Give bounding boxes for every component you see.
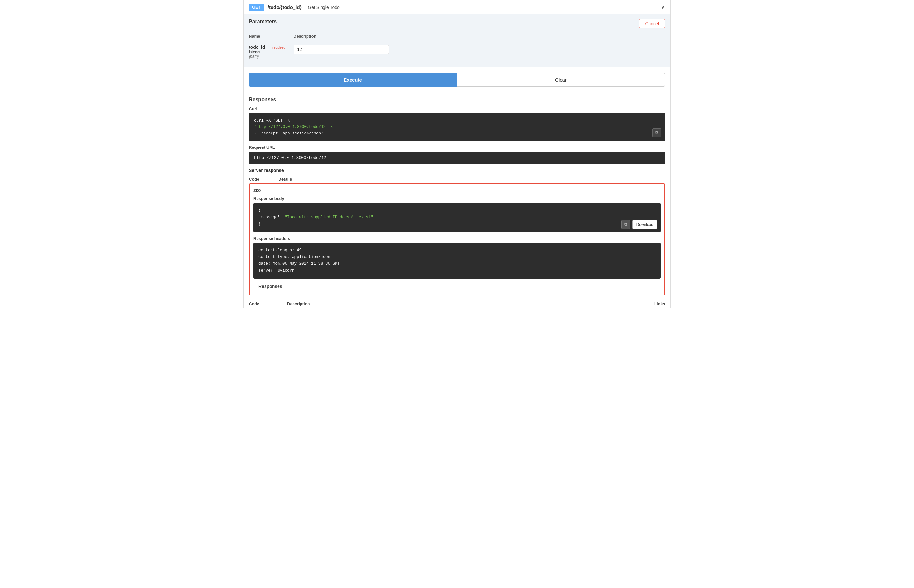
- action-buttons: Execute Clear: [249, 73, 665, 87]
- api-header: GET /todo/{todo_id} Get Single Todo ∧: [244, 0, 670, 15]
- server-response-label: Server response: [244, 168, 670, 173]
- curl-line3: -H 'accept: application/json': [254, 131, 324, 136]
- cancel-button[interactable]: Cancel: [639, 19, 665, 28]
- body-line2-key: "message": [259, 215, 280, 220]
- endpoint-path: /todo/{todo_id}: [268, 5, 302, 10]
- body-line1: {: [259, 208, 261, 213]
- parameters-title: Parameters: [249, 19, 277, 26]
- download-button[interactable]: Download: [632, 220, 657, 229]
- response-headers-label: Response headers: [253, 236, 661, 241]
- request-url-block: http://127.0.0.1:8000/todo/12: [249, 152, 665, 164]
- header-line-2: date: Mon,06 May 2024 11:38:36 GMT: [259, 260, 655, 267]
- execute-button[interactable]: Execute: [249, 73, 457, 87]
- header-line-1: content-type: application/json: [259, 254, 655, 260]
- response-copy-icon[interactable]: ⧉: [621, 220, 630, 229]
- responses-title: Responses: [249, 97, 665, 103]
- method-badge: GET: [249, 3, 264, 11]
- bottom-description-col: Description: [287, 301, 654, 306]
- curl-line1: curl -X 'GET' \: [254, 118, 290, 123]
- curl-line2: 'http://127.0.0.1:8000/todo/12' \: [254, 125, 333, 129]
- endpoint-description: Get Single Todo: [308, 5, 340, 10]
- collapse-button[interactable]: ∧: [661, 4, 665, 11]
- curl-label: Curl: [244, 107, 670, 111]
- response-code: 200: [253, 188, 661, 193]
- bottom-code-col: Code: [249, 301, 287, 306]
- param-type: integer: [249, 50, 293, 54]
- params-col-headers: Name Description: [249, 31, 665, 40]
- parameter-row-todo-id: todo_id * * required integer (path): [249, 40, 665, 62]
- responses-section: Responses: [244, 92, 670, 103]
- bottom-links-col: Links: [654, 301, 665, 306]
- header-line-3: server: uvicorn: [259, 268, 655, 274]
- todo-id-input[interactable]: [293, 45, 389, 54]
- clear-button[interactable]: Clear: [457, 73, 665, 87]
- col-name-header: Name: [249, 34, 293, 39]
- param-location: (path): [249, 54, 293, 58]
- response-row-200: 200 Response body { "message": "Todo wit…: [249, 184, 665, 295]
- header-line-0: content-length: 49: [259, 247, 655, 254]
- parameters-section-header: Cancel Parameters: [244, 15, 670, 31]
- parameters-area: Name Description todo_id * * required in…: [244, 31, 670, 67]
- response-body-code: { "message": "Todo with supplied ID does…: [253, 203, 661, 232]
- param-name: todo_id * * required: [249, 45, 293, 50]
- responses-sub-label: Responses: [253, 283, 661, 291]
- col-description-header: Description: [293, 34, 665, 39]
- response-body-actions: ⧉ Download: [621, 220, 657, 229]
- body-line2-val: "Todo with supplied ID doesn't exist": [285, 215, 374, 220]
- response-table-header: Code Details: [244, 176, 670, 184]
- code-col-header: Code: [249, 177, 259, 182]
- body-line3: }: [259, 222, 261, 226]
- details-col-header: Details: [278, 177, 292, 182]
- request-url-label: Request URL: [244, 145, 670, 150]
- response-headers-code: content-length: 49 content-type: applica…: [253, 243, 661, 279]
- body-line2-sep: :: [280, 215, 285, 220]
- curl-block: curl -X 'GET' \ 'http://127.0.0.1:8000/t…: [249, 113, 665, 141]
- curl-copy-icon[interactable]: ⧉: [652, 128, 661, 137]
- responses-bottom-table: Code Description Links: [244, 299, 670, 308]
- response-details: Response body { "message": "Todo with su…: [253, 196, 661, 279]
- response-body-label: Response body: [253, 196, 661, 201]
